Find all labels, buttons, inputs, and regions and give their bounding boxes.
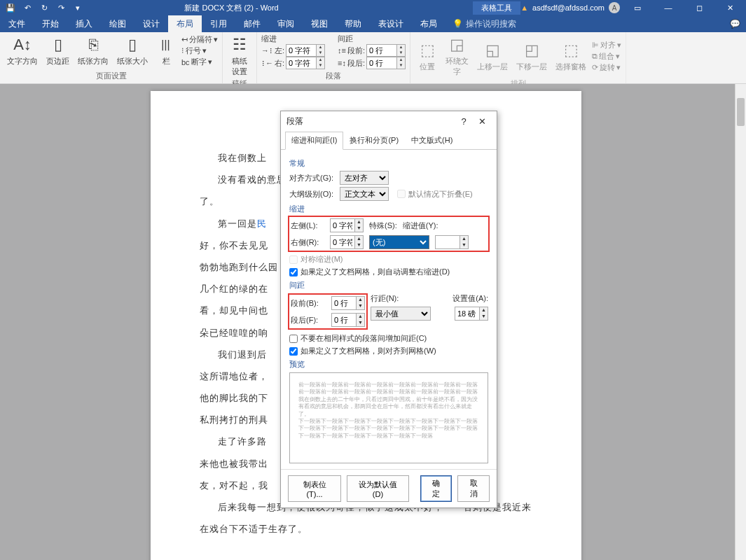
indent-left-spinner[interactable]: ▲▼ (286, 44, 325, 57)
hyphenation-icon: bc (181, 58, 190, 66)
line-spacing-label: 行距(N): (371, 293, 399, 304)
help-button[interactable]: ? (455, 116, 473, 127)
at-input[interactable]: ▲▼ (455, 307, 488, 321)
highlight-indent: 左侧(L): ▲▼ 特殊(S): 缩进值(Y): 右侧(R): ▲▼ (无) ▲… (288, 216, 490, 252)
margins-icon: ▯ (48, 35, 68, 55)
tab-review[interactable]: 审阅 (269, 15, 303, 33)
alignment-label: 对齐方式(G): (289, 173, 336, 183)
tab-draw[interactable]: 绘图 (101, 15, 134, 33)
quick-access-toolbar: 💾 ↶ ↻ ↷ ▾ (0, 4, 88, 13)
breaks-button[interactable]: ↤分隔符 ▾ (181, 34, 218, 45)
after-label: 段后(F): (291, 315, 327, 326)
dialog-tabs: 缩进和间距(I) 换行和分页(P) 中文版式(H) (281, 132, 497, 150)
tab-file[interactable]: 文件 (0, 15, 34, 33)
auto-right-checkbox[interactable] (289, 268, 298, 276)
text-direction-button[interactable]: A↕文字方向 (4, 34, 41, 68)
breaks-icon: ↤ (181, 35, 188, 44)
group-manuscript: ☷稿纸 设置 稿纸 (223, 32, 257, 83)
alignment-select[interactable]: 左对齐 (340, 171, 389, 185)
indent-label: 缩进 (261, 34, 325, 44)
space-after-icon: ≡↕ (338, 59, 346, 67)
qat-customize-icon[interactable]: ▾ (70, 4, 85, 13)
ribbon-options-icon[interactable]: ▭ (624, 4, 651, 13)
wrap-button[interactable]: ◲环绕文 字 (443, 34, 471, 78)
tab-line-page-breaks[interactable]: 换行和分页(P) (343, 132, 405, 149)
section-spacing: 间距 (289, 280, 488, 290)
indent-left-input[interactable]: ▲▼ (330, 218, 364, 232)
tab-layout[interactable]: 布局 (168, 15, 202, 33)
columns-button[interactable]: ⫼栏 (153, 34, 179, 68)
save-icon[interactable]: 💾 (3, 4, 18, 13)
line-numbers-button[interactable]: ⁝行号 ▾ (181, 46, 218, 56)
highlight-spacing: 段前(B): ▲▼ 段后(F): ▲▼ (288, 293, 368, 330)
position-button[interactable]: ⬚位置 (415, 39, 440, 74)
maximize-button[interactable]: ◻ (686, 4, 712, 13)
close-icon[interactable]: ✕ (473, 116, 491, 127)
by-input[interactable]: ▲▼ (435, 235, 469, 249)
indent-right-spinner[interactable]: ▲▼ (286, 57, 325, 69)
before-label: 段前(B): (291, 298, 327, 309)
tab-table-layout[interactable]: 布局 (412, 15, 445, 33)
outline-select[interactable]: 正文文本 (340, 187, 389, 201)
line-numbers-icon: ⁝ (181, 46, 184, 55)
at-label: 设置值(A): (453, 293, 488, 304)
line-spacing-select[interactable]: 最小值 (371, 307, 431, 321)
size-button[interactable]: ▯纸张大小 (114, 34, 151, 68)
margins-button[interactable]: ▯页边距 (43, 34, 72, 68)
avatar[interactable]: A (609, 2, 620, 13)
bring-forward-button[interactable]: ◱上移一层 (474, 39, 511, 74)
cancel-button[interactable]: 取消 (457, 475, 490, 502)
before-input[interactable]: ▲▼ (331, 296, 365, 310)
ok-button[interactable]: 确定 (420, 475, 453, 502)
tab-mail[interactable]: 邮件 (235, 15, 269, 33)
tab-asian-typography[interactable]: 中文版式(H) (405, 132, 459, 149)
send-backward-icon: ◰ (522, 41, 541, 60)
selection-pane-button[interactable]: ⬚选择窗格 (553, 39, 589, 74)
scrollbar-thumb[interactable] (737, 98, 745, 126)
ribbon: A↕文字方向 ▯页边距 ⎘纸张方向 ▯纸张大小 ⫼栏 ↤分隔符 ▾ ⁝行号 ▾ … (0, 32, 746, 84)
space-before-spinner[interactable]: ▲▼ (366, 44, 406, 57)
tabs-button[interactable]: 制表位(T)... (288, 475, 341, 502)
selection-pane-icon: ⬚ (561, 41, 581, 60)
tab-table-design[interactable]: 表设计 (370, 15, 412, 33)
comments-icon[interactable]: 💬 (724, 16, 746, 31)
indent-right-icon: ⫶← (261, 59, 273, 67)
space-after-spinner[interactable]: ▲▼ (366, 57, 406, 69)
hyphenation-button[interactable]: bc断字 ▾ (181, 57, 218, 67)
tell-me[interactable]: 💡操作说明搜索 (445, 15, 523, 33)
redo-icon[interactable]: ↻ (36, 4, 52, 13)
minimize-button[interactable]: — (655, 4, 682, 12)
tab-references[interactable]: 引用 (202, 15, 235, 33)
special-select[interactable]: (无) (369, 235, 429, 249)
repeat-icon[interactable]: ↷ (53, 4, 69, 13)
preview-box: 前一段落前一段落前一段落前一段落前一段落前一段落前一段落前一段落前一段落前一段落… (289, 372, 488, 463)
spacing-label: 间距 (338, 34, 406, 44)
default-button[interactable]: 设为默认值(D) (347, 475, 409, 502)
section-indent: 缩进 (289, 204, 488, 214)
hyperlink[interactable]: 民 (257, 218, 267, 229)
tab-help[interactable]: 帮助 (336, 15, 370, 33)
align-button[interactable]: ⊫对齐 ▾ (592, 40, 621, 50)
tab-insert[interactable]: 插入 (67, 15, 101, 33)
tab-home[interactable]: 开始 (34, 15, 67, 33)
tab-indent-spacing[interactable]: 缩进和间距(I) (285, 132, 343, 150)
title-bar: 💾 ↶ ↻ ↷ ▾ 新建 DOCX 文档 (2) - Word 表格工具 ▲ a… (0, 0, 746, 15)
orientation-button[interactable]: ⎘纸张方向 (75, 34, 111, 68)
tab-view[interactable]: 视图 (303, 15, 336, 33)
rotate-button[interactable]: ⟳旋转 ▾ (592, 62, 621, 73)
group-button[interactable]: ⧉组合 ▾ (592, 51, 621, 62)
scrollbar[interactable] (735, 84, 746, 560)
user-email[interactable]: asdfsdf@afdssd.com (532, 4, 605, 12)
snap-grid-checkbox[interactable] (289, 347, 298, 356)
no-space-checkbox[interactable] (289, 335, 298, 343)
close-button[interactable]: ✕ (717, 4, 743, 13)
undo-icon[interactable]: ↶ (20, 4, 35, 13)
indent-right-input[interactable]: ▲▼ (330, 235, 364, 249)
manuscript-button[interactable]: ☷稿纸 设置 (227, 34, 252, 78)
wrap-icon: ◲ (448, 35, 467, 55)
indent-left-icon: →⫶ (261, 46, 273, 55)
send-backward-button[interactable]: ◰下移一层 (513, 39, 550, 74)
group-label-paragraph: 段落 (261, 71, 406, 82)
after-input[interactable]: ▲▼ (331, 313, 365, 327)
tab-design[interactable]: 设计 (134, 15, 168, 33)
